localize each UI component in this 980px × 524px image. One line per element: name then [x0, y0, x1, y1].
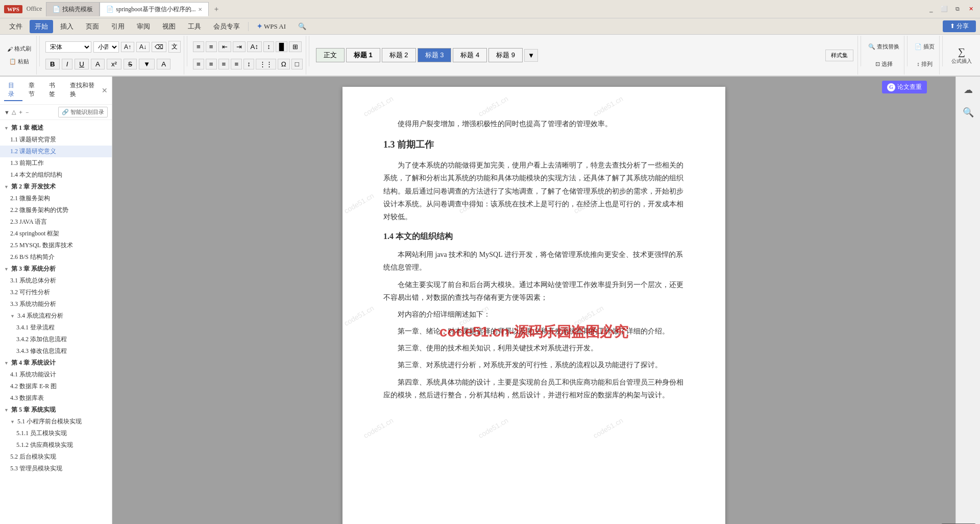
toc-item-5.3[interactable]: 5.3 管理员模块实现: [0, 463, 112, 474]
menu-view[interactable]: 视图: [157, 20, 181, 33]
format-painter-btn[interactable]: 🖌 格式刷: [5, 43, 33, 55]
toc-item-1.2[interactable]: 1.2 课题研究意义: [0, 146, 112, 157]
sidebar-up-btn[interactable]: △: [12, 109, 16, 115]
style-h1-btn[interactable]: 标题 1: [346, 48, 380, 62]
sidebar-tab-find[interactable]: 查找和替换: [66, 80, 100, 101]
menu-wpsai[interactable]: ✦ WPS AI: [252, 20, 291, 33]
sidebar-tab-toc[interactable]: 目录: [4, 80, 22, 101]
toc-item-ch2[interactable]: ▼ 第 2 章 开发技术: [0, 181, 112, 193]
toc-item-ch5[interactable]: ▼ 第 5 章 系统实现: [0, 404, 112, 416]
search-panel-btn[interactable]: 🔍: [959, 103, 977, 122]
sidebar-tab-bookmark[interactable]: 书签: [45, 80, 63, 101]
list-unordered-btn[interactable]: ≡: [193, 41, 204, 52]
menu-page[interactable]: 页面: [81, 20, 104, 33]
strikethrough-btn[interactable]: S̶: [124, 59, 137, 69]
font-size-select[interactable]: 小四: [93, 41, 119, 53]
toc-item-4.3[interactable]: 4.3 数据库表: [0, 392, 112, 404]
toc-item-2.2[interactable]: 2.2 微服务架构的优势: [0, 204, 112, 216]
sidebar-collapse-btn[interactable]: −: [26, 109, 29, 115]
toc-item-5.2[interactable]: 5.2 后台模块实现: [0, 451, 112, 463]
clear-format-btn[interactable]: ⌫: [152, 42, 166, 52]
restore-btn[interactable]: ⬜: [939, 4, 949, 14]
superscript-btn[interactable]: x²: [107, 59, 121, 69]
border-btn[interactable]: ⊞: [289, 41, 302, 52]
minimize-btn[interactable]: ⎯: [926, 4, 936, 14]
toc-item-ch3[interactable]: ▼ 第 3 章 系统分析: [0, 263, 112, 275]
menu-insert[interactable]: 插入: [55, 20, 79, 33]
font-family-select[interactable]: 宋体: [45, 41, 91, 53]
color-btn[interactable]: A: [91, 59, 105, 69]
column-btn[interactable]: ⋮⋮: [256, 59, 276, 69]
menu-file[interactable]: 文件: [4, 20, 28, 33]
close-btn[interactable]: ✕: [966, 4, 976, 14]
menu-search[interactable]: 🔍: [293, 20, 311, 33]
toc-item-3.4.1[interactable]: 3.4.1 登录流程: [0, 322, 112, 334]
outline-btn[interactable]: A↕: [247, 41, 262, 52]
toc-item-4.2[interactable]: 4.2 数据库 E-R 图: [0, 380, 112, 392]
align-left-btn[interactable]: ≡: [193, 59, 204, 69]
style-expand-btn[interactable]: ▼: [524, 49, 538, 62]
toc-item-3.2[interactable]: 3.2 可行性分析: [0, 287, 112, 298]
italic-btn[interactable]: I: [62, 59, 73, 69]
style-h3-btn[interactable]: 标题 3: [418, 48, 452, 62]
symbols-btn[interactable]: Ω: [278, 59, 290, 69]
paste-btn[interactable]: 📋 粘贴: [5, 56, 33, 67]
tab-add-btn[interactable]: ＋: [209, 3, 224, 16]
toc-item-3.1[interactable]: 3.1 系统总体分析: [0, 275, 112, 287]
toc-item-1.1[interactable]: 1.1 课题研究背景: [0, 134, 112, 146]
toc-item-2.6[interactable]: 2.6 B/S 结构简介: [0, 251, 112, 263]
sort-btn[interactable]: ↕: [263, 41, 274, 52]
toc-item-2.5[interactable]: 2.5 MYSQL 数据库技术: [0, 240, 112, 251]
cloud-btn[interactable]: ☁: [959, 81, 977, 99]
toc-item-2.3[interactable]: 2.3 JAVA 语言: [0, 216, 112, 228]
style-h9-btn[interactable]: 标题 9: [488, 48, 523, 62]
font-size-increase-btn[interactable]: A↑: [121, 42, 134, 52]
style-h2-btn[interactable]: 标题 2: [382, 48, 416, 62]
styles-panel-btn[interactable]: 样式集: [825, 50, 853, 61]
toc-item-4.1[interactable]: 4.1 系统功能设计: [0, 369, 112, 380]
menu-reference[interactable]: 引用: [106, 20, 130, 33]
list-ordered-btn[interactable]: ≡: [206, 41, 217, 52]
align-center-btn[interactable]: ≡: [206, 59, 217, 69]
indent-increase-btn[interactable]: ⇥: [233, 41, 246, 52]
underline-btn[interactable]: U: [75, 59, 89, 69]
toc-item-1.3[interactable]: 1.3 前期工作: [0, 157, 112, 169]
toc-item-5.1[interactable]: ▼ 5.1 小程序前台模块实现: [0, 416, 112, 427]
toc-item-ch4[interactable]: ▼ 第 4 章 系统设计: [0, 357, 112, 369]
tab-templates[interactable]: 📄 找稿壳模板: [46, 2, 100, 16]
toc-item-5.1.2[interactable]: 5.1.2 供应商模块实现: [0, 439, 112, 451]
select-btn[interactable]: ⊡ 选择: [874, 59, 894, 69]
toc-item-3.4.3[interactable]: 3.4.3 修改信息流程: [0, 345, 112, 357]
signin-btn[interactable]: ⬆ 分享: [943, 20, 976, 32]
sidebar-tab-chapter[interactable]: 章节: [24, 80, 43, 101]
tab-close-btn[interactable]: ✕: [198, 7, 202, 12]
toc-item-5.1.1[interactable]: 5.1.1 员工模块实现: [0, 427, 112, 439]
sidebar-close-btn[interactable]: ✕: [102, 86, 108, 95]
highlight-btn[interactable]: ▼: [139, 59, 155, 69]
font-color-btn[interactable]: A: [157, 59, 170, 69]
toc-item-2.1[interactable]: 2.1 微服务架构: [0, 193, 112, 204]
smart-toc-btn[interactable]: 🔗 智能识别目录: [58, 107, 108, 117]
maximize-btn[interactable]: ⧉: [952, 4, 963, 14]
menu-review[interactable]: 审阅: [132, 20, 155, 33]
indent-decrease-btn[interactable]: ⇤: [218, 41, 231, 52]
toc-item-1.4[interactable]: 1.4 本文的组织结构: [0, 169, 112, 181]
find-replace-btn[interactable]: 🔍 查找替换: [867, 41, 901, 52]
font-size-decrease-btn[interactable]: A↓: [136, 42, 150, 52]
line-spacing-btn[interactable]: ↕: [243, 59, 254, 69]
toc-item-3.4[interactable]: ▼ 3.4 系统流程分析: [0, 310, 112, 322]
style-h4-btn[interactable]: 标题 4: [453, 48, 487, 62]
sort2-btn[interactable]: ↕ 排列: [915, 59, 934, 69]
bold-btn[interactable]: B: [45, 59, 60, 69]
style-normal-btn[interactable]: 正文: [316, 48, 345, 62]
toc-item-3.4.2[interactable]: 3.4.2 添加信息流程: [0, 334, 112, 345]
formula-btn[interactable]: ∑ 公式插入: [948, 44, 975, 66]
toc-item-ch1[interactable]: ▼ 第 1 章 概述: [0, 122, 112, 134]
paper-review-badge[interactable]: G 论文查重: [882, 81, 927, 93]
menu-vip[interactable]: 会员专享: [208, 20, 245, 33]
justify-btn[interactable]: ≡: [231, 59, 242, 69]
align-right-btn[interactable]: ≡: [218, 59, 230, 69]
toc-item-2.4[interactable]: 2.4 springboot 框架: [0, 228, 112, 240]
sidebar-add-btn[interactable]: ＋: [18, 108, 23, 116]
phonetic-btn[interactable]: 文: [168, 41, 181, 53]
